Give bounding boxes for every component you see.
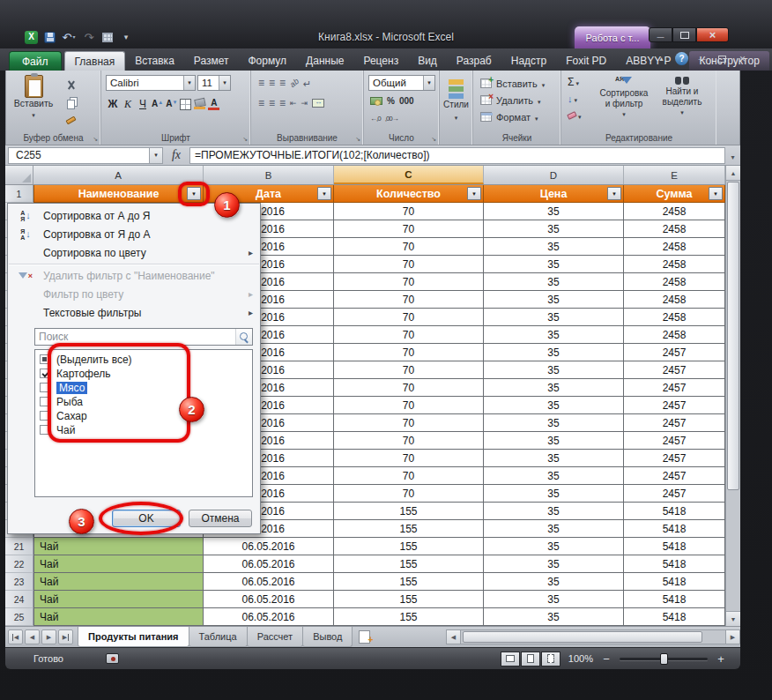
find-select-button[interactable]: Найти и выделить bbox=[653, 74, 711, 123]
cell-D16[interactable]: 35 bbox=[484, 450, 624, 467]
sheet-tab-Рассчет[interactable]: Рассчет bbox=[247, 627, 304, 647]
checkbox-unchecked-icon[interactable] bbox=[40, 397, 49, 406]
column-header-E[interactable]: E bbox=[624, 166, 725, 184]
insert-function-icon[interactable]: fx bbox=[163, 148, 189, 162]
sheet-tab-Вывод[interactable]: Вывод bbox=[302, 627, 353, 647]
cell-C16[interactable]: 70 bbox=[334, 450, 484, 467]
column-header-B[interactable]: B bbox=[204, 166, 334, 184]
cell-C4[interactable]: 70 bbox=[334, 238, 484, 256]
dialog-launcher-icon[interactable] bbox=[240, 134, 248, 142]
cancel-button[interactable]: Отмена bbox=[189, 510, 252, 527]
cell-C19[interactable]: 155 bbox=[334, 503, 484, 520]
name-box[interactable]: C255 bbox=[8, 147, 163, 164]
ribbon-tab-Данные[interactable]: Данные bbox=[296, 51, 353, 71]
cell-E6[interactable]: 2458 bbox=[624, 273, 725, 291]
paste-button[interactable]: Вставить bbox=[11, 75, 56, 128]
window-restore-icon[interactable] bbox=[716, 52, 729, 65]
next-sheet-button[interactable] bbox=[41, 629, 56, 644]
scroll-up-button[interactable] bbox=[726, 166, 740, 181]
window-minimize-icon[interactable] bbox=[695, 52, 709, 65]
cell-E11[interactable]: 2457 bbox=[624, 361, 725, 379]
cell-E23[interactable]: 5418 bbox=[624, 573, 725, 591]
cell-D5[interactable]: 35 bbox=[484, 256, 624, 273]
cell-D12[interactable]: 35 bbox=[484, 379, 624, 397]
cell-D24[interactable]: 35 bbox=[484, 591, 624, 608]
cell-E8[interactable]: 2458 bbox=[624, 309, 725, 326]
cell-E19[interactable]: 5418 bbox=[624, 503, 725, 520]
styles-button[interactable]: Стили bbox=[440, 71, 472, 145]
page-layout-view-button[interactable] bbox=[521, 652, 540, 666]
clear-button[interactable] bbox=[565, 108, 595, 123]
comma-format-button[interactable]: 000 bbox=[399, 96, 414, 106]
merge-center-button[interactable] bbox=[311, 98, 325, 108]
row-header-25[interactable]: 25 bbox=[5, 608, 33, 626]
cell-B21[interactable]: 06.05.2016 bbox=[204, 538, 334, 555]
cell-D20[interactable]: 35 bbox=[484, 520, 624, 538]
window-close-icon[interactable] bbox=[736, 52, 749, 65]
cell-D15[interactable]: 35 bbox=[484, 432, 624, 450]
scroll-left-button[interactable] bbox=[446, 629, 461, 644]
cell-E10[interactable]: 2457 bbox=[624, 344, 725, 361]
cell-C5[interactable]: 70 bbox=[334, 256, 484, 273]
checkbox-unchecked-icon[interactable] bbox=[40, 425, 49, 435]
filter-list-item[interactable]: Сахар bbox=[35, 409, 252, 423]
cell-D19[interactable]: 35 bbox=[484, 503, 624, 520]
cell-C7[interactable]: 70 bbox=[334, 291, 484, 309]
cell-C12[interactable]: 70 bbox=[334, 379, 484, 397]
align-center-button[interactable]: ≡ bbox=[268, 97, 276, 109]
cell-E15[interactable]: 2457 bbox=[624, 432, 725, 450]
filter-button-Цена[interactable] bbox=[607, 187, 621, 200]
last-sheet-button[interactable] bbox=[58, 629, 73, 644]
format-painter-button[interactable] bbox=[59, 113, 82, 128]
ribbon-tab-Главная[interactable]: Главная bbox=[64, 51, 126, 71]
cell-E5[interactable]: 2458 bbox=[624, 256, 725, 273]
insert-worksheet-tab[interactable] bbox=[353, 629, 375, 645]
qat-dropdown-icon[interactable] bbox=[119, 31, 133, 44]
cell-D2[interactable]: 35 bbox=[484, 203, 624, 220]
autosum-button[interactable]: Σ bbox=[565, 74, 595, 89]
checkbox-unchecked-icon[interactable] bbox=[40, 383, 49, 392]
zoom-in-button[interactable]: + bbox=[716, 653, 726, 665]
dialog-launcher-icon[interactable] bbox=[90, 134, 98, 142]
grid-icon[interactable] bbox=[102, 33, 113, 42]
cell-E20[interactable]: 5418 bbox=[624, 520, 725, 538]
zoom-slider-thumb[interactable] bbox=[660, 653, 668, 665]
sheet-tab-Продукты питания[interactable]: Продукты питания bbox=[78, 627, 189, 647]
zoom-out-button[interactable]: − bbox=[601, 653, 612, 665]
chevron-down-icon[interactable] bbox=[423, 76, 434, 90]
vertical-scrollbar-thumb[interactable] bbox=[727, 182, 739, 490]
ok-button[interactable]: OK bbox=[112, 510, 181, 527]
menu-item[interactable]: Текстовые фильтры▸ bbox=[8, 303, 260, 322]
cell-D8[interactable]: 35 bbox=[484, 309, 624, 326]
borders-icon[interactable] bbox=[180, 99, 191, 110]
font-name-select[interactable]: Calibri bbox=[106, 75, 196, 91]
increase-decimal-icon[interactable]: ←,0 bbox=[370, 115, 381, 123]
ribbon-tab-Foxit PD[interactable]: Foxit PD bbox=[556, 51, 616, 71]
cell-C17[interactable]: 70 bbox=[334, 467, 484, 485]
cell-D11[interactable]: 35 bbox=[484, 361, 624, 379]
fill-button[interactable] bbox=[565, 91, 595, 106]
excel-logo-icon[interactable] bbox=[25, 31, 38, 44]
cell-D10[interactable]: 35 bbox=[484, 344, 624, 361]
cell-E18[interactable]: 2457 bbox=[624, 485, 725, 503]
cell-D21[interactable]: 35 bbox=[484, 538, 624, 555]
expand-formula-bar-icon[interactable] bbox=[725, 147, 740, 163]
cell-E4[interactable]: 2458 bbox=[624, 238, 725, 256]
cell-B25[interactable]: 06.05.2016 bbox=[204, 608, 334, 626]
row-header-1[interactable]: 1 bbox=[5, 185, 33, 203]
cell-D7[interactable]: 35 bbox=[484, 291, 624, 309]
align-left-button[interactable]: ≡ bbox=[257, 97, 265, 109]
minimize-button[interactable] bbox=[649, 27, 672, 42]
cell-E13[interactable]: 2457 bbox=[624, 397, 725, 414]
cell-C9[interactable]: 70 bbox=[334, 326, 484, 344]
cell-A21[interactable]: Чай bbox=[33, 538, 204, 555]
filter-list-item[interactable]: Рыба bbox=[35, 395, 252, 409]
chevron-down-icon[interactable] bbox=[219, 76, 230, 90]
filter-list-item[interactable]: Мясо bbox=[35, 381, 252, 395]
vertical-scrollbar[interactable] bbox=[725, 166, 740, 626]
cell-D3[interactable]: 35 bbox=[484, 220, 624, 238]
scroll-down-button[interactable] bbox=[726, 611, 740, 626]
align-middle-button[interactable]: ≡ bbox=[268, 77, 276, 89]
cell-C22[interactable]: 155 bbox=[334, 555, 484, 573]
cut-button[interactable] bbox=[59, 78, 82, 93]
